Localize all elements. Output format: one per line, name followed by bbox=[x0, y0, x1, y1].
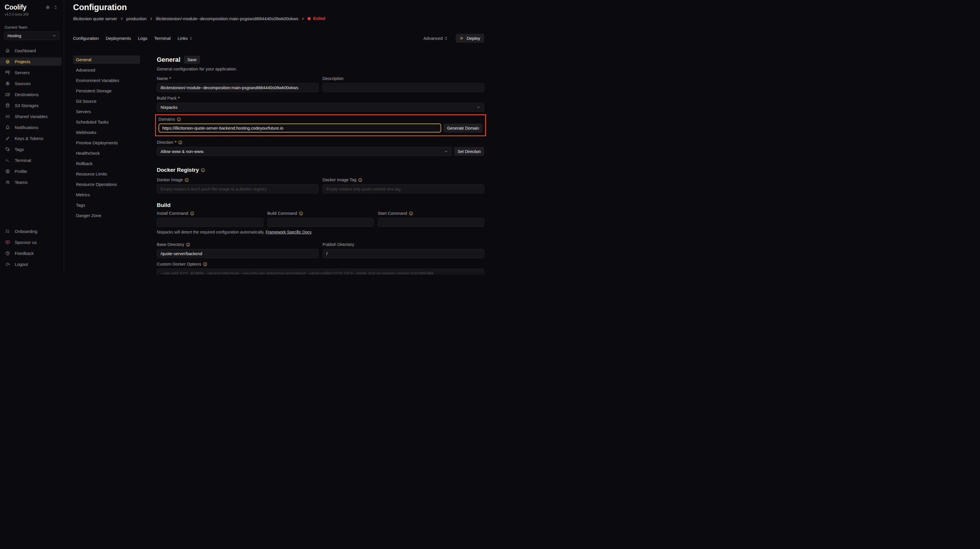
sidebar-item-s3-storages[interactable]: S3 Storages bbox=[0, 101, 62, 109]
variable-icon bbox=[5, 114, 10, 119]
subnav-item-persistent-storage[interactable]: Persistent Storage bbox=[73, 87, 140, 95]
tags-icon bbox=[5, 147, 10, 152]
subnav-item-rollback[interactable]: Rollback bbox=[73, 159, 140, 168]
subnav-item-environment-variables[interactable]: Environment Variables bbox=[73, 76, 140, 84]
sidebar-item-notifications[interactable]: Notifications bbox=[0, 123, 62, 132]
sidebar-item-servers[interactable]: Servers bbox=[0, 68, 62, 77]
domains-input[interactable] bbox=[159, 124, 441, 132]
generate-domain-button[interactable]: Generate Domain bbox=[444, 124, 482, 132]
status-badge: Exited bbox=[307, 16, 325, 21]
subnav-item-advanced[interactable]: Advanced bbox=[73, 66, 140, 74]
build-pack-label: Build Pack* bbox=[157, 95, 484, 101]
sidebar-item-keys-tokens[interactable]: Keys & Tokens bbox=[0, 134, 62, 143]
current-team-label: Current Team bbox=[0, 16, 64, 29]
home-icon bbox=[5, 48, 10, 53]
subnav-item-preview-deployments[interactable]: Preview Deployments bbox=[73, 138, 140, 147]
subnav-item-git-source[interactable]: Git Source bbox=[73, 97, 140, 105]
breadcrumb-resource[interactable]: illicitestonion/-module--decomposition:m… bbox=[156, 16, 299, 21]
save-button[interactable]: Save bbox=[184, 56, 200, 64]
breadcrumb-environment[interactable]: production bbox=[126, 16, 147, 21]
sidebar-item-sponsor-us[interactable]: Sponsor us bbox=[0, 238, 62, 246]
tab-logs[interactable]: Logs bbox=[138, 36, 148, 41]
tab-terminal[interactable]: Terminal bbox=[154, 36, 171, 41]
start-command-label: Start Command bbox=[378, 211, 484, 216]
install-command-label: Install Command bbox=[157, 211, 263, 216]
tab-deployments[interactable]: Deployments bbox=[106, 36, 131, 41]
team-select[interactable]: Hosting bbox=[4, 32, 59, 40]
app-logo[interactable]: Coolify bbox=[5, 3, 27, 11]
selector-icon bbox=[189, 36, 193, 40]
description-label: Description bbox=[323, 76, 484, 81]
user-circle-icon bbox=[5, 169, 10, 174]
key-icon bbox=[5, 136, 10, 141]
domains-highlight-box: Domains Generate Domain bbox=[155, 114, 486, 136]
play-icon bbox=[460, 36, 464, 40]
sidebar-item-onboarding[interactable]: Onboarding bbox=[0, 227, 62, 236]
chevron-down-icon bbox=[444, 149, 448, 154]
info-icon bbox=[190, 211, 194, 216]
subnav-item-healthcheck[interactable]: Healthcheck bbox=[73, 149, 140, 157]
breadcrumb-project[interactable]: illicitonion quote server bbox=[73, 16, 117, 21]
publish-directory-input[interactable] bbox=[323, 249, 484, 258]
sidebar-item-logout[interactable]: Logout bbox=[0, 260, 62, 268]
map-icon bbox=[5, 92, 10, 97]
subnav-item-resource-limits[interactable]: Resource Limits bbox=[73, 170, 140, 178]
custom-docker-options-label: Custom Docker Options bbox=[157, 262, 484, 267]
subnav-item-danger-zone[interactable]: Danger Zone bbox=[73, 211, 140, 220]
sidebar-item-feedback[interactable]: Feedback bbox=[0, 249, 62, 257]
help-circle-icon bbox=[5, 251, 10, 256]
section-subtitle: General configuration for your applicati… bbox=[157, 67, 484, 71]
custom-docker-options-input[interactable] bbox=[157, 269, 484, 274]
base-directory-input[interactable] bbox=[157, 249, 318, 258]
subnav-item-metrics[interactable]: Metrics bbox=[73, 190, 140, 199]
sidebar-item-destinations[interactable]: Destinations bbox=[0, 90, 62, 99]
sidebar-item-terminal[interactable]: Terminal bbox=[0, 156, 62, 165]
sidebar-item-tags[interactable]: Tags bbox=[0, 145, 62, 154]
docker-image-tag-input[interactable] bbox=[323, 184, 484, 194]
build-command-input[interactable] bbox=[267, 218, 374, 227]
instance-selector-icon[interactable] bbox=[53, 5, 58, 10]
info-icon bbox=[409, 211, 413, 216]
advanced-dropdown[interactable]: Advanced bbox=[423, 36, 449, 41]
subnav-item-general[interactable]: General bbox=[73, 56, 140, 64]
tab-configuration[interactable]: Configuration bbox=[73, 36, 99, 41]
theme-sun-icon[interactable] bbox=[45, 5, 50, 10]
direction-select[interactable]: Allow www & non-www. bbox=[157, 147, 452, 156]
subnav-item-scheduled-tasks[interactable]: Scheduled Tasks bbox=[73, 118, 140, 126]
name-input[interactable] bbox=[157, 83, 318, 92]
chevron-right-icon bbox=[120, 17, 124, 21]
base-directory-label: Base Directory bbox=[157, 242, 318, 247]
docker-image-input[interactable] bbox=[157, 184, 318, 194]
install-command-input[interactable] bbox=[157, 218, 263, 227]
terminal-icon bbox=[5, 158, 10, 163]
sidebar-item-profile[interactable]: Profile bbox=[0, 167, 62, 176]
sidebar: Coolify v4.0.0-beta.399 Current Team Hos… bbox=[0, 0, 64, 274]
section-heading-docker-registry: Docker Registry bbox=[157, 167, 484, 173]
description-input[interactable] bbox=[323, 83, 484, 92]
sidebar-item-teams[interactable]: Teams bbox=[0, 178, 62, 186]
publish-directory-label: Publish Directory bbox=[323, 242, 484, 247]
info-icon bbox=[186, 243, 190, 247]
start-command-input[interactable] bbox=[378, 218, 484, 227]
server-icon bbox=[5, 70, 10, 75]
deploy-button[interactable]: Deploy bbox=[456, 34, 484, 43]
subnav-item-resource-operations[interactable]: Resource Operations bbox=[73, 180, 140, 189]
sidebar-item-shared-variables[interactable]: Shared Variables bbox=[0, 112, 62, 121]
general-form: General Save General configuration for y… bbox=[157, 56, 484, 274]
required-asterisk: * bbox=[170, 76, 171, 81]
domains-label: Domains bbox=[159, 117, 482, 122]
build-pack-select[interactable]: Nixpacks bbox=[157, 103, 484, 112]
git-source-icon bbox=[5, 81, 10, 86]
layers-icon bbox=[5, 59, 10, 64]
subnav-item-tags[interactable]: Tags bbox=[73, 201, 140, 209]
selector-icon bbox=[444, 36, 448, 40]
sidebar-item-projects[interactable]: Projects bbox=[0, 57, 62, 66]
tab-links[interactable]: Links bbox=[178, 36, 193, 41]
direction-label: Direction* bbox=[157, 140, 484, 145]
subnav-item-servers[interactable]: Servers bbox=[73, 107, 140, 116]
set-direction-button[interactable]: Set Direction bbox=[454, 147, 484, 156]
sidebar-item-dashboard[interactable]: Dashboard bbox=[0, 46, 62, 55]
sidebar-item-sources[interactable]: Sources bbox=[0, 79, 62, 88]
subnav-item-webhooks[interactable]: Webhooks bbox=[73, 128, 140, 136]
framework-docs-link[interactable]: Framework Specific Docs bbox=[266, 230, 312, 234]
